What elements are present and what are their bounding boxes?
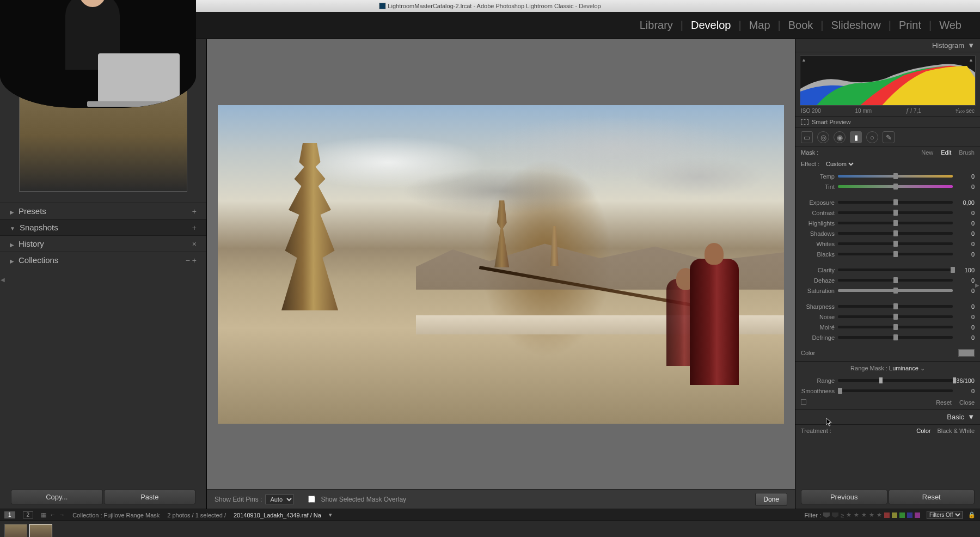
- basic-panel-header[interactable]: Basic ▼: [795, 410, 980, 425]
- graduated-filter-tool[interactable]: ▮: [850, 131, 862, 143]
- history-section-header[interactable]: ▶History ×: [0, 235, 206, 252]
- star-filter-3[interactable]: ★: [861, 511, 867, 518]
- whites-slider[interactable]: [838, 242, 953, 245]
- saturation-slider[interactable]: [838, 289, 953, 292]
- crop-tool[interactable]: ▭: [801, 131, 813, 143]
- histogram-header[interactable]: Histogram ▼: [795, 39, 980, 52]
- effect-preset-select[interactable]: Custom: [824, 160, 855, 168]
- histogram[interactable]: ▲ ▲: [800, 56, 976, 106]
- range-mask-visualize-checkbox[interactable]: [801, 399, 806, 405]
- range-mask-mode[interactable]: Luminance: [889, 365, 918, 371]
- star-filter-2[interactable]: ★: [854, 511, 859, 518]
- exif-iso: ISO 200: [801, 108, 821, 114]
- rating-ge-icon[interactable]: ≥: [841, 512, 844, 518]
- survey-page-2[interactable]: 2: [23, 511, 34, 518]
- shadows-slider[interactable]: [838, 232, 953, 235]
- highlights-slider-row: Highlights0: [801, 218, 975, 228]
- range-slider[interactable]: [838, 379, 953, 382]
- module-map[interactable]: Map: [742, 19, 778, 32]
- module-develop[interactable]: Develop: [683, 19, 738, 32]
- range-mask-reset[interactable]: Reset: [936, 399, 952, 406]
- sharpness-slider[interactable]: [838, 305, 953, 308]
- color-label-red[interactable]: [884, 512, 890, 518]
- color-swatch-button[interactable]: [958, 349, 975, 357]
- noise-slider[interactable]: [838, 315, 953, 318]
- shadow-clipping-indicator[interactable]: ▲: [801, 57, 807, 63]
- filmstrip-thumb-2[interactable]: [29, 524, 52, 538]
- dehaze-value: 0: [956, 277, 975, 284]
- right-panel-collapse-handle[interactable]: ▶: [975, 274, 980, 296]
- snapshots-section-header[interactable]: ▼Snapshots +: [0, 219, 206, 235]
- color-label-purple[interactable]: [915, 512, 920, 518]
- clarity-slider[interactable]: [838, 268, 953, 271]
- left-panel-collapse-handle[interactable]: ◀: [0, 268, 5, 290]
- color-label-green[interactable]: [899, 512, 905, 518]
- reset-button[interactable]: Reset: [889, 490, 975, 504]
- defringe-slider-row: Defringe0: [801, 332, 975, 343]
- treatment-bw[interactable]: Black & White: [938, 428, 975, 434]
- filter-lock-icon[interactable]: 🔒: [968, 511, 976, 518]
- whites-label: Whites: [801, 241, 835, 247]
- noise-label: Noise: [801, 314, 835, 320]
- highlight-clipping-indicator[interactable]: ▲: [969, 57, 974, 63]
- filmstrip-thumb-1[interactable]: [4, 524, 27, 538]
- done-button[interactable]: Done: [755, 493, 787, 506]
- dropdown-icon[interactable]: ⌄: [920, 365, 925, 371]
- presets-section-header[interactable]: ▶Presets +: [0, 203, 206, 219]
- filename-dropdown-icon[interactable]: ▾: [329, 511, 332, 518]
- contrast-slider[interactable]: [838, 211, 953, 214]
- mask-brush[interactable]: Brush: [959, 149, 975, 156]
- flag-filter-reject[interactable]: [832, 512, 838, 518]
- filter-preset-select[interactable]: Filters Off: [927, 511, 963, 519]
- clear-history-button[interactable]: ×: [192, 240, 197, 248]
- moire-slider[interactable]: [838, 326, 953, 328]
- show-edit-pins-select[interactable]: Auto: [265, 495, 294, 504]
- copy-settings-button[interactable]: Copy...: [11, 490, 103, 504]
- dehaze-slider[interactable]: [838, 279, 953, 282]
- module-slideshow[interactable]: Slideshow: [824, 19, 889, 32]
- blacks-slider[interactable]: [838, 253, 953, 255]
- image-canvas-area[interactable]: [207, 39, 795, 489]
- nav-forward-icon[interactable]: →: [59, 511, 65, 518]
- mask-edit[interactable]: Edit: [941, 149, 951, 156]
- previous-button[interactable]: Previous: [801, 490, 887, 504]
- star-filter-5[interactable]: ★: [877, 511, 882, 518]
- current-filename[interactable]: 20140910_Ladakh_4349.raf / Na: [234, 512, 321, 518]
- add-snapshot-button[interactable]: +: [192, 223, 197, 232]
- temp-value: 0: [956, 173, 975, 180]
- nav-back-icon[interactable]: ←: [50, 511, 56, 518]
- module-web[interactable]: Web: [932, 19, 969, 32]
- survey-page-1[interactable]: 1: [4, 511, 15, 518]
- radial-filter-tool[interactable]: ○: [866, 131, 878, 143]
- whites-value: 0: [956, 241, 975, 247]
- star-filter-4[interactable]: ★: [869, 511, 874, 518]
- exposure-slider[interactable]: [838, 201, 953, 204]
- star-filter-1[interactable]: ★: [846, 511, 852, 518]
- mask-new[interactable]: New: [921, 149, 933, 156]
- smoothness-slider[interactable]: [838, 389, 953, 392]
- range-mask-close[interactable]: Close: [959, 399, 975, 406]
- module-book[interactable]: Book: [781, 19, 821, 32]
- adjustment-brush-tool[interactable]: ✎: [883, 131, 895, 143]
- color-label-blue[interactable]: [907, 512, 912, 518]
- color-label-yellow[interactable]: [892, 512, 897, 518]
- paste-settings-button[interactable]: Paste: [104, 490, 196, 504]
- flag-filter-pick[interactable]: [823, 512, 830, 518]
- highlights-slider[interactable]: [838, 222, 953, 224]
- tint-slider-row: Tint0: [801, 181, 975, 192]
- grid-view-icon[interactable]: ▦: [41, 511, 46, 518]
- temp-slider[interactable]: [838, 175, 953, 178]
- add-collection-button[interactable]: − +: [186, 256, 197, 265]
- mask-mode-row: Mask : New Edit Brush: [795, 147, 980, 158]
- redeye-tool[interactable]: ◉: [834, 131, 846, 143]
- treatment-color[interactable]: Color: [916, 428, 930, 434]
- defringe-slider[interactable]: [838, 336, 953, 339]
- show-mask-overlay-checkbox[interactable]: [308, 496, 315, 503]
- module-library[interactable]: Library: [632, 19, 681, 32]
- collections-section-header[interactable]: ▶Collections − +: [0, 252, 206, 268]
- module-print[interactable]: Print: [891, 19, 929, 32]
- spot-removal-tool[interactable]: ◎: [817, 131, 829, 143]
- add-preset-button[interactable]: +: [192, 207, 197, 216]
- main-photo[interactable]: [218, 105, 784, 424]
- tint-slider[interactable]: [838, 185, 953, 188]
